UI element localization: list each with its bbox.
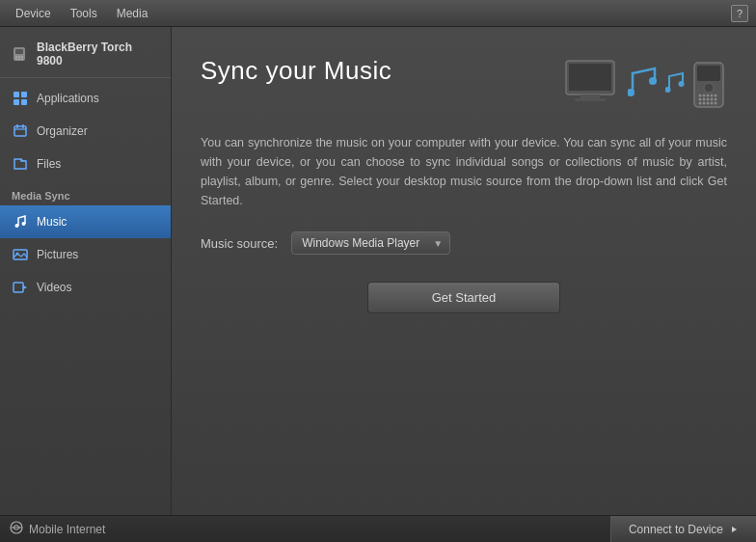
music-nav-icon	[12, 213, 29, 230]
svg-rect-9	[21, 92, 27, 97]
organizer-label: Organizer	[37, 124, 88, 138]
content-body: You can synchronize the music on your co…	[201, 133, 727, 210]
applications-icon	[12, 90, 29, 107]
svg-rect-24	[580, 95, 600, 98]
svg-rect-10	[14, 99, 19, 105]
svg-point-6	[18, 59, 20, 61]
music-label: Music	[37, 215, 67, 229]
connect-to-device-button[interactable]: Connect to Device	[610, 516, 756, 543]
blackberry-device-icon	[690, 61, 727, 109]
connect-label: Connect to Device	[629, 523, 723, 536]
svg-point-43	[699, 102, 702, 105]
svg-point-2	[15, 56, 17, 58]
svg-point-29	[679, 81, 685, 87]
connect-arrow-icon	[729, 525, 739, 534]
svg-point-36	[711, 95, 714, 97]
svg-point-41	[711, 98, 714, 101]
music-source-label: Music source:	[201, 236, 278, 251]
svg-point-45	[707, 102, 710, 105]
svg-rect-20	[14, 283, 23, 292]
sync-title: Sync your Music	[201, 56, 392, 86]
videos-nav-icon	[12, 279, 29, 296]
svg-point-27	[649, 77, 657, 85]
svg-point-38	[699, 98, 702, 101]
svg-point-35	[707, 95, 710, 97]
get-started-button[interactable]: Get Started	[367, 282, 560, 313]
music-notes-icon	[628, 64, 662, 107]
svg-rect-25	[575, 98, 606, 101]
sidebar-item-files[interactable]: Files	[0, 148, 171, 180]
device-label: BlackBerry Torch 9800	[37, 41, 161, 68]
music-source-row: Music source: Windows Media Player iTune…	[201, 231, 727, 255]
title-bar: Device Tools Media ?	[0, 0, 756, 27]
svg-point-39	[703, 98, 706, 101]
svg-point-37	[715, 95, 717, 97]
menu-device[interactable]: Device	[8, 5, 59, 22]
svg-point-46	[711, 102, 714, 105]
sidebar-device[interactable]: BlackBerry Torch 9800	[0, 31, 171, 78]
menu-tools[interactable]: Tools	[63, 5, 105, 22]
content-header: Sync your Music	[201, 56, 727, 114]
applications-label: Applications	[37, 92, 99, 105]
sidebar-item-music[interactable]: Music	[0, 205, 171, 238]
mobile-internet-label: Mobile Internet	[29, 523, 105, 536]
music-source-dropdown-wrapper: Windows Media Player iTunes Other ▼	[291, 231, 450, 255]
music-note-small-icon	[665, 70, 687, 99]
svg-point-42	[715, 98, 717, 101]
help-button[interactable]: ?	[731, 5, 748, 22]
pictures-nav-icon	[12, 246, 29, 263]
svg-point-7	[21, 59, 23, 61]
svg-point-17	[22, 222, 26, 226]
sidebar-item-applications[interactable]: Applications	[0, 82, 171, 115]
svg-point-40	[707, 98, 710, 101]
content-area: Sync your Music	[172, 27, 756, 515]
blackberry-icon	[10, 44, 29, 64]
svg-point-5	[15, 59, 17, 61]
pictures-label: Pictures	[37, 248, 78, 261]
monitor-icon	[561, 56, 624, 114]
sidebar: BlackBerry Torch 9800 Applications	[0, 27, 172, 515]
sidebar-nav-section: Applications Organizer	[0, 82, 171, 180]
svg-point-34	[703, 95, 706, 97]
svg-rect-8	[14, 92, 19, 97]
media-sync-label: Media Sync	[0, 180, 171, 205]
svg-point-32	[704, 83, 714, 93]
svg-point-44	[703, 102, 706, 105]
svg-rect-12	[14, 126, 26, 136]
music-illustration	[561, 56, 727, 114]
files-label: Files	[37, 157, 61, 171]
main-layout: BlackBerry Torch 9800 Applications	[0, 27, 756, 515]
svg-marker-21	[23, 285, 27, 289]
svg-point-47	[715, 102, 717, 105]
svg-marker-50	[732, 527, 737, 532]
svg-rect-1	[15, 49, 23, 54]
menu-bar: Device Tools Media	[8, 5, 155, 22]
svg-rect-31	[697, 66, 720, 81]
files-icon	[12, 155, 29, 173]
svg-point-33	[699, 95, 702, 97]
sidebar-item-pictures[interactable]: Pictures	[0, 238, 171, 271]
menu-media[interactable]: Media	[109, 5, 156, 22]
svg-point-4	[21, 56, 23, 58]
sidebar-item-videos[interactable]: Videos	[0, 271, 171, 304]
music-source-select[interactable]: Windows Media Player iTunes Other	[291, 231, 450, 255]
svg-point-3	[18, 56, 20, 58]
videos-label: Videos	[37, 281, 71, 294]
svg-rect-11	[21, 99, 27, 105]
media-sync-section: Music Pictures	[0, 205, 171, 304]
status-left: Mobile Internet	[0, 521, 115, 537]
svg-point-16	[15, 224, 19, 228]
organizer-icon	[12, 122, 29, 140]
status-bar: Mobile Internet Connect to Device	[0, 515, 756, 542]
sidebar-item-organizer[interactable]: Organizer	[0, 115, 171, 148]
mobile-internet-icon	[10, 521, 23, 537]
svg-rect-23	[569, 64, 611, 91]
